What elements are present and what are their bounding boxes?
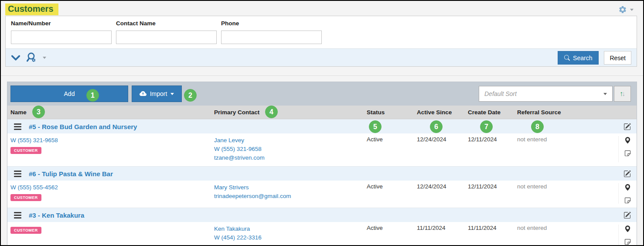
create-date-cell: 12/11/2024: [468, 136, 517, 162]
referral-source-cell: not entered: [517, 183, 618, 204]
customers-page: Customers Name/Number Contact Name Phone: [0, 0, 644, 246]
contact-phone-link[interactable]: W (555) 321-9658: [214, 145, 367, 154]
customer-row: #3 - Ken Takakura CUSTOMER Ken Takakura …: [7, 208, 637, 245]
location-pin-icon[interactable]: [624, 226, 631, 232]
grid-toolbar: Add Import Default Sort ↑↓: [7, 82, 637, 106]
header-primary-contact[interactable]: Primary Contact: [214, 109, 367, 116]
contact-phone-link[interactable]: W (454) 222-3316: [214, 233, 367, 242]
section-divider: [1, 75, 643, 76]
row-actions-menu-icon[interactable]: [14, 123, 21, 130]
contact-email-link[interactable]: tzane@striven.com: [214, 154, 367, 162]
page-title: Customers: [5, 3, 58, 15]
header-status[interactable]: Status: [367, 109, 417, 116]
location-pin-icon[interactable]: [624, 184, 631, 191]
row-title-bar: #6 - Tulip Pasta & Wine Bar: [7, 166, 637, 181]
customer-badge: CUSTOMER: [10, 227, 41, 234]
filter-contact-name-label: Contact Name: [116, 20, 217, 27]
contact-email-link[interactable]: trinadeepeterson@gmail.com: [214, 192, 367, 201]
note-icon[interactable]: [624, 239, 631, 245]
search-button-label: Search: [573, 55, 592, 62]
filter-contact-name: Contact Name: [116, 20, 217, 44]
row-title-bar: #3 - Ken Takakura: [7, 208, 637, 222]
sort-select-caret-icon: [603, 93, 607, 95]
filter-phone-input[interactable]: [221, 31, 322, 44]
header-referral-source[interactable]: Referral Source: [517, 109, 618, 116]
annotation-circle-7: 7: [480, 120, 493, 133]
create-date-cell: 11/11/2024: [468, 225, 517, 245]
active-since-cell: 12/24/2024: [417, 136, 468, 162]
collapse-filters-chevron-icon[interactable]: [11, 55, 20, 62]
gear-icon[interactable]: [618, 5, 627, 14]
edit-icon[interactable]: [624, 170, 631, 178]
filter-name-number-label: Name/Number: [11, 20, 112, 27]
search-icon: [564, 55, 570, 61]
customer-phone-link[interactable]: W (555) 555-4562: [10, 183, 214, 192]
cloud-upload-icon: [140, 90, 147, 97]
annotation-circle-1: 1: [86, 89, 99, 102]
import-caret-icon: [170, 93, 174, 95]
search-filter-panel: Name/Number Contact Name Phone: [5, 16, 637, 67]
contact-name-link[interactable]: Ken Takakura: [214, 225, 367, 233]
header-active-since[interactable]: Active Since: [417, 109, 468, 116]
contact-name-link[interactable]: Mary Strivers: [214, 183, 367, 192]
gear-caret-icon[interactable]: [630, 9, 634, 11]
row-actions-menu-icon[interactable]: [14, 171, 21, 177]
customers-table-panel: Add Import Default Sort ↑↓ Name Primary …: [7, 82, 637, 245]
filter-contact-name-input[interactable]: [116, 31, 217, 44]
customer-name-link[interactable]: #5 - Rose Bud Garden and Nursery: [29, 123, 137, 130]
note-icon[interactable]: [624, 197, 631, 204]
edit-icon[interactable]: [624, 123, 631, 130]
contact-name-link[interactable]: Jane Levey: [214, 136, 367, 145]
location-pin-icon[interactable]: [624, 137, 631, 144]
sort-desc-arrow-icon: ↓: [622, 90, 625, 97]
active-since-cell: 11/11/2024: [417, 225, 468, 245]
header-create-date[interactable]: Create Date: [468, 109, 517, 116]
filter-phone: Phone: [221, 20, 322, 44]
grid-header-row: Name Primary Contact Status Active Since…: [7, 106, 637, 119]
annotation-circle-8: 8: [531, 120, 544, 133]
row-body: W (555) 321-9658 CUSTOMER Jane Levey W (…: [7, 133, 637, 166]
annotation-circle-3: 3: [32, 106, 45, 118]
sort-select[interactable]: Default Sort: [479, 86, 613, 102]
note-icon[interactable]: [624, 150, 631, 157]
status-cell: Active: [367, 183, 417, 204]
status-cell: Active: [367, 225, 417, 245]
saved-search-caret-icon[interactable]: [43, 57, 46, 59]
status-cell: Active: [367, 136, 417, 162]
page-settings-menu[interactable]: [618, 5, 634, 14]
create-date-cell: 12/11/2024: [468, 183, 517, 204]
row-body: W (555) 555-4562 CUSTOMER Mary Strivers …: [7, 181, 637, 208]
customer-name-link[interactable]: #6 - Tulip Pasta & Wine Bar: [29, 170, 113, 178]
saved-search-icon[interactable]: [26, 52, 37, 64]
filter-phone-label: Phone: [221, 20, 322, 27]
add-button[interactable]: Add: [10, 85, 128, 102]
filter-name-number-input[interactable]: [11, 31, 112, 44]
import-button[interactable]: Import: [132, 85, 182, 102]
referral-source-cell: not entered: [517, 225, 618, 245]
active-since-cell: 12/24/2024: [417, 183, 468, 204]
search-button[interactable]: Search: [558, 51, 599, 65]
annotation-circle-4: 4: [265, 106, 278, 118]
edit-icon[interactable]: [624, 212, 631, 219]
filter-action-bar: Search Reset: [6, 48, 637, 66]
customer-badge: CUSTOMER: [10, 194, 41, 201]
customer-name-link[interactable]: #3 - Ken Takakura: [29, 212, 84, 219]
sort-direction-button[interactable]: ↑↓: [614, 86, 631, 102]
filter-name-number: Name/Number: [11, 20, 112, 44]
annotation-circle-5: 5: [369, 120, 382, 133]
customer-badge: CUSTOMER: [10, 147, 41, 154]
sort-select-value: Default Sort: [484, 90, 603, 97]
customer-row: #6 - Tulip Pasta & Wine Bar W (555) 555-…: [7, 166, 637, 208]
customer-phone-link[interactable]: W (555) 321-9658: [10, 136, 214, 145]
row-actions-menu-icon[interactable]: [14, 212, 21, 219]
referral-source-cell: not entered: [517, 136, 618, 162]
annotation-circle-2: 2: [184, 89, 197, 102]
annotation-circle-6: 6: [430, 120, 443, 133]
row-body: CUSTOMER Ken Takakura W (454) 222-3316 A…: [7, 222, 637, 245]
reset-button[interactable]: Reset: [604, 51, 631, 65]
import-button-label: Import: [150, 90, 167, 97]
